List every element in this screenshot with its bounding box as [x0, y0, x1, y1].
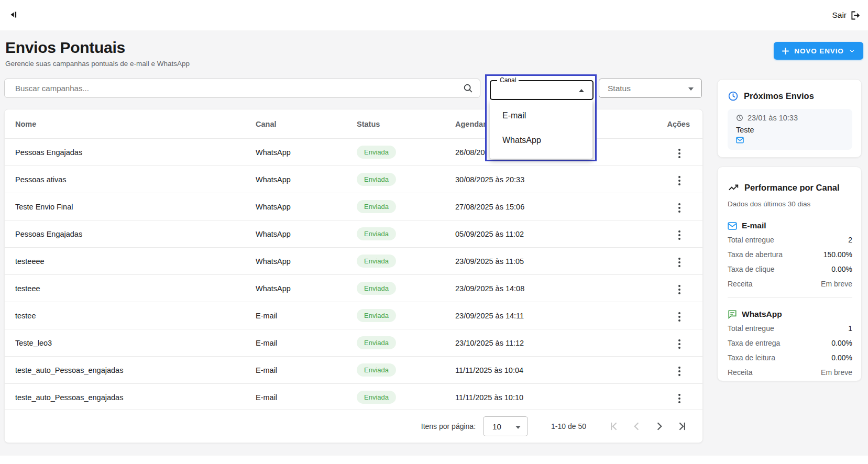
row-actions-button[interactable]	[674, 282, 685, 297]
stat-row: Total entregue2	[728, 233, 852, 247]
logout-button[interactable]: Sair	[832, 0, 861, 30]
next-page-button[interactable]	[653, 420, 666, 433]
status-cell: Enviada	[357, 200, 455, 213]
status-select[interactable]: Status	[599, 79, 702, 98]
row-actions-button[interactable]	[674, 336, 685, 352]
status-cell: Enviada	[357, 363, 455, 377]
status-badge: Enviada	[357, 255, 396, 268]
campaign-channel: WhatsApp	[256, 230, 357, 238]
stat-label: Receita	[728, 368, 752, 377]
stat-row: Total entregue1	[728, 321, 852, 336]
last-page-button[interactable]	[676, 420, 689, 433]
page-subtitle: Gerencie suas campanhas pontuais de e-ma…	[5, 60, 190, 68]
upcoming-sends-card: Próximos Envios 23/01 às 10:33 Teste	[717, 79, 862, 158]
campaign-name: Teste Envio Final	[15, 203, 256, 211]
email-icon	[728, 222, 737, 230]
stat-value: Em breve	[821, 368, 852, 377]
status-badge: Enviada	[357, 391, 396, 404]
table-row: Teste Envio FinalWhatsAppEnviada27/08/20…	[5, 193, 702, 220]
chevron-right-icon	[654, 421, 665, 432]
row-actions-button[interactable]	[674, 309, 685, 325]
trending-up-icon	[728, 182, 739, 193]
email-stats: Total entregue2Taxa de abertura150.00%Ta…	[728, 233, 852, 291]
canal-filter-highlight: Canal E-mail WhatsApp	[485, 74, 597, 161]
upcoming-title: Próximos Envios	[744, 91, 814, 101]
dropdown-arrow-icon	[515, 426, 521, 429]
stat-label: Receita	[728, 280, 752, 288]
pagination-range: 1-10 de 50	[551, 422, 586, 430]
campaign-channel: WhatsApp	[256, 284, 357, 293]
whatsapp-chat-icon	[728, 310, 737, 319]
status-select-label: Status	[608, 84, 631, 93]
performance-card: Performance por Canal Dados dos últimos …	[717, 167, 862, 381]
status-badge: Enviada	[357, 336, 396, 349]
first-page-button[interactable]	[607, 420, 620, 433]
canal-select[interactable]: Canal	[490, 80, 594, 100]
status-cell: Enviada	[357, 227, 455, 240]
status-badge: Enviada	[357, 227, 396, 240]
campaign-channel: E-mail	[256, 312, 357, 320]
campaign-schedule: 11/11/2025 às 10:04	[455, 366, 669, 374]
stat-row: Taxa de leitura0.00%	[728, 350, 852, 365]
stat-row: Taxa de clique0.00%	[728, 262, 852, 277]
prev-page-button[interactable]	[630, 420, 643, 433]
campaign-schedule: 11/11/2025 às 10:10	[455, 393, 669, 402]
campaign-schedule: 23/09/2025 às 14:08	[455, 284, 669, 293]
table-body: Pessoas EngajadasWhatsAppEnviada26/08/20…	[5, 138, 702, 411]
row-actions-button[interactable]	[674, 255, 685, 270]
stat-value: 0.00%	[831, 339, 852, 347]
performance-subtitle: Dados dos últimos 30 dias	[728, 200, 810, 208]
dropdown-arrow-up-icon	[579, 89, 584, 92]
col-status: Status	[357, 120, 455, 128]
col-acoes: Ações	[667, 120, 690, 128]
pagination-bar: Itens por página: 10 1-10 de 50	[5, 410, 702, 443]
stat-label: Taxa de abertura	[728, 250, 783, 259]
search-input[interactable]	[4, 79, 480, 98]
stat-value: Em breve	[821, 280, 852, 288]
page-title: Envios Pontuais	[5, 39, 125, 57]
canal-select-label: Canal	[497, 76, 519, 84]
new-envio-button[interactable]: NOVO ENVIO	[774, 42, 863, 60]
collapse-sidebar-button[interactable]	[6, 7, 22, 23]
stat-value: 2	[848, 236, 852, 244]
canal-option-email[interactable]: E-mail	[490, 103, 592, 128]
stat-label: Taxa de entrega	[728, 339, 780, 347]
table-row: Pessoas EngajadasWhatsAppEnviada26/08/20…	[5, 138, 702, 165]
campaign-channel: E-mail	[256, 366, 357, 374]
items-per-page-select[interactable]: 10	[483, 416, 528, 436]
campaign-channel: E-mail	[256, 339, 357, 347]
clock-icon	[728, 91, 739, 102]
campaign-channel: E-mail	[256, 393, 357, 402]
table-row: teste_auto_Pessoas_engajadasE-mailEnviad…	[5, 383, 702, 411]
row-actions-button[interactable]	[674, 391, 685, 406]
logout-icon	[850, 10, 861, 21]
campaigns-table: Nome Canal Status Agendamento Ações Pess…	[4, 109, 703, 443]
row-actions-button[interactable]	[674, 363, 685, 379]
table-row: Pessoas ativasWhatsAppEnviada30/08/2025 …	[5, 165, 702, 193]
status-badge: Enviada	[357, 282, 396, 295]
stat-row: Taxa de entrega0.00%	[728, 336, 852, 350]
col-canal: Canal	[256, 120, 357, 128]
row-actions-button[interactable]	[674, 227, 685, 243]
campaign-schedule: 23/09/2025 às 14:11	[455, 312, 669, 320]
row-actions-button[interactable]	[674, 200, 685, 216]
campaign-name: Teste_leo3	[15, 339, 256, 347]
campaign-schedule: 23/09/2025 às 11:05	[455, 257, 669, 266]
status-cell: Enviada	[357, 391, 455, 404]
table-header-row: Nome Canal Status Agendamento Ações	[5, 109, 702, 138]
email-performance-section: E-mail Total entregue2Taxa de abertura15…	[728, 219, 852, 291]
row-actions-button[interactable]	[674, 146, 685, 161]
search-field-wrap	[4, 79, 480, 98]
campaign-name: testee	[15, 312, 256, 320]
canal-option-whatsapp[interactable]: WhatsApp	[490, 128, 592, 152]
row-actions-button[interactable]	[674, 173, 685, 189]
campaign-schedule: 05/09/2025 às 11:02	[455, 230, 669, 238]
dropdown-arrow-icon	[688, 87, 694, 91]
status-badge: Enviada	[357, 363, 396, 377]
chevron-left-icon	[631, 421, 642, 432]
stat-row: ReceitaEm breve	[728, 277, 852, 291]
campaign-channel: WhatsApp	[256, 175, 357, 184]
search-icon[interactable]	[463, 83, 474, 94]
upcoming-item: 23/01 às 10:33 Teste	[728, 109, 852, 150]
campaign-channel: WhatsApp	[256, 203, 357, 211]
